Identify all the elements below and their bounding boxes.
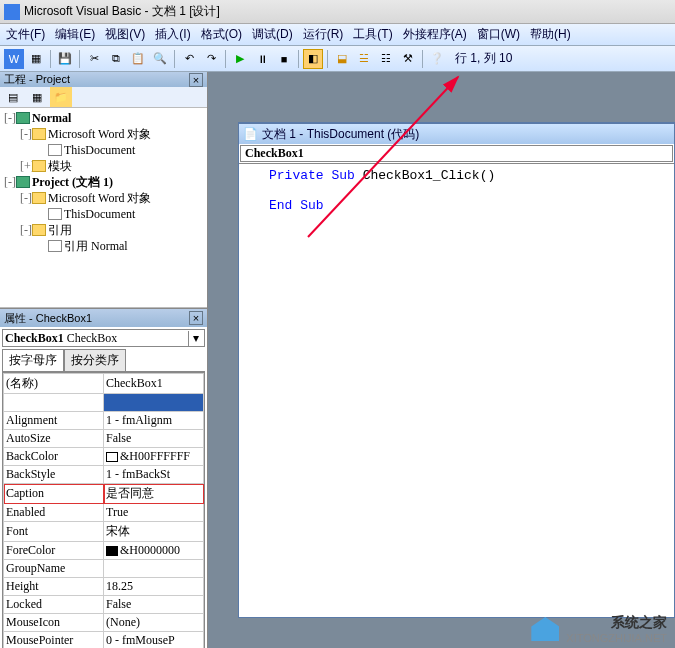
- reset-icon[interactable]: ■: [274, 49, 294, 69]
- menu-edit[interactable]: 编辑(E): [55, 26, 95, 43]
- tree-node[interactable]: ThisDocument: [0, 142, 207, 158]
- property-row[interactable]: MousePointer0 - fmMouseP: [4, 632, 204, 649]
- object-dropdown[interactable]: CheckBox1: [240, 145, 673, 162]
- property-name: MousePointer: [4, 632, 104, 649]
- menu-help[interactable]: 帮助(H): [530, 26, 571, 43]
- menu-format[interactable]: 格式(O): [201, 26, 242, 43]
- property-row[interactable]: LockedFalse: [4, 596, 204, 614]
- tree-node[interactable]: [+]模块: [0, 158, 207, 174]
- property-value[interactable]: [104, 560, 204, 578]
- property-name: Height: [4, 578, 104, 596]
- insert-icon[interactable]: ▦: [26, 49, 46, 69]
- copy-icon[interactable]: ⧉: [106, 49, 126, 69]
- menu-insert[interactable]: 插入(I): [155, 26, 190, 43]
- view-object-icon[interactable]: ▦: [26, 87, 48, 107]
- property-value[interactable]: 是否同意: [104, 484, 204, 504]
- menu-view[interactable]: 视图(V): [105, 26, 145, 43]
- project-toolbar: ▤ ▦ 📁: [0, 87, 207, 108]
- cut-icon[interactable]: ✂: [84, 49, 104, 69]
- tree-node[interactable]: 引用 Normal: [0, 238, 207, 254]
- dropdown-icon[interactable]: ▾: [188, 331, 202, 346]
- tree-twist-icon[interactable]: [-]: [4, 111, 16, 126]
- property-row[interactable]: (名称)CheckBox1: [4, 374, 204, 394]
- cursor-position: 行 1, 列 10: [455, 50, 512, 67]
- tree-twist-icon[interactable]: [+]: [20, 159, 32, 174]
- property-row[interactable]: ForeColor&H0000000: [4, 542, 204, 560]
- property-value[interactable]: True: [104, 504, 204, 522]
- property-row[interactable]: Font宋体: [4, 522, 204, 542]
- tree-node[interactable]: [-]Microsoft Word 对象: [0, 190, 207, 206]
- mdi-area: 📄 文档 1 - ThisDocument (代码) CheckBox1 Pri…: [208, 72, 675, 648]
- object-browser-icon[interactable]: ☷: [376, 49, 396, 69]
- property-value[interactable]: (None): [104, 614, 204, 632]
- help-icon[interactable]: ❔: [427, 49, 447, 69]
- property-value[interactable]: False: [104, 430, 204, 448]
- tree-node[interactable]: ThisDocument: [0, 206, 207, 222]
- property-row[interactable]: Height18.25: [4, 578, 204, 596]
- property-value[interactable]: False: [104, 596, 204, 614]
- menu-file[interactable]: 文件(F): [6, 26, 45, 43]
- property-value[interactable]: 宋体: [104, 522, 204, 542]
- property-row[interactable]: EnabledTrue: [4, 504, 204, 522]
- tree-node[interactable]: [-]Project (文档 1): [0, 174, 207, 190]
- menu-run[interactable]: 运行(R): [303, 26, 344, 43]
- tree-node[interactable]: [-]Normal: [0, 110, 207, 126]
- redo-icon[interactable]: ↷: [201, 49, 221, 69]
- tab-alphabetic[interactable]: 按字母序: [2, 349, 64, 371]
- project-explorer-icon[interactable]: ⬓: [332, 49, 352, 69]
- code-window[interactable]: 📄 文档 1 - ThisDocument (代码) CheckBox1 Pri…: [238, 122, 675, 618]
- tree-label: 模块: [48, 158, 72, 175]
- tree-node[interactable]: [-]Microsoft Word 对象: [0, 126, 207, 142]
- view-code-icon[interactable]: ▤: [2, 87, 24, 107]
- undo-icon[interactable]: ↶: [179, 49, 199, 69]
- tree-twist-icon[interactable]: [-]: [4, 175, 16, 190]
- tree-twist-icon[interactable]: [-]: [20, 191, 32, 206]
- menu-window[interactable]: 窗口(W): [477, 26, 520, 43]
- window-titlebar: Microsoft Visual Basic - 文档 1 [设计]: [0, 0, 675, 24]
- property-row[interactable]: Alignment1 - fmAlignm: [4, 412, 204, 430]
- save-icon[interactable]: 💾: [55, 49, 75, 69]
- property-value[interactable]: CheckBox1: [104, 374, 204, 394]
- tree-twist-icon[interactable]: [-]: [20, 223, 32, 238]
- code-editor[interactable]: Private Sub CheckBox1_Click() End Sub: [239, 164, 674, 617]
- design-mode-icon[interactable]: ◧: [303, 49, 323, 69]
- property-row[interactable]: Accelerator: [4, 394, 204, 412]
- property-value[interactable]: 1 - fmAlignm: [104, 412, 204, 430]
- property-row[interactable]: Caption是否同意: [4, 484, 204, 504]
- fold-icon: [32, 224, 46, 236]
- menu-tools[interactable]: 工具(T): [353, 26, 392, 43]
- property-name: Font: [4, 522, 104, 542]
- object-selector[interactable]: CheckBox1 CheckBox ▾: [2, 329, 205, 347]
- watermark: 系统之家 XITONGZHIJIA.NET: [531, 614, 667, 644]
- property-value[interactable]: 18.25: [104, 578, 204, 596]
- property-row[interactable]: BackColor&H00FFFFFF: [4, 448, 204, 466]
- properties-icon[interactable]: ☱: [354, 49, 374, 69]
- run-icon[interactable]: ▶: [230, 49, 250, 69]
- property-value[interactable]: &H00FFFFFF: [104, 448, 204, 466]
- tree-node[interactable]: [-]引用: [0, 222, 207, 238]
- property-name: GroupName: [4, 560, 104, 578]
- property-value[interactable]: 1 - fmBackSt: [104, 466, 204, 484]
- tab-categorized[interactable]: 按分类序: [64, 349, 126, 371]
- break-icon[interactable]: ⏸: [252, 49, 272, 69]
- property-name: ForeColor: [4, 542, 104, 560]
- close-icon[interactable]: ×: [189, 73, 203, 87]
- menu-debug[interactable]: 调试(D): [252, 26, 293, 43]
- property-row[interactable]: MouseIcon(None): [4, 614, 204, 632]
- property-row[interactable]: AutoSizeFalse: [4, 430, 204, 448]
- property-value[interactable]: 0 - fmMouseP: [104, 632, 204, 649]
- property-value[interactable]: [104, 394, 204, 412]
- toolbox-icon[interactable]: ⚒: [398, 49, 418, 69]
- close-icon[interactable]: ×: [189, 311, 203, 325]
- paste-icon[interactable]: 📋: [128, 49, 148, 69]
- find-icon[interactable]: 🔍: [150, 49, 170, 69]
- tree-twist-icon[interactable]: [-]: [20, 127, 32, 142]
- menu-addins[interactable]: 外接程序(A): [403, 26, 467, 43]
- property-value[interactable]: &H0000000: [104, 542, 204, 560]
- project-tree[interactable]: [-]Normal[-]Microsoft Word 对象ThisDocumen…: [0, 108, 207, 308]
- toggle-folders-icon[interactable]: 📁: [50, 87, 72, 107]
- property-row[interactable]: BackStyle1 - fmBackSt: [4, 466, 204, 484]
- view-word-icon[interactable]: W: [4, 49, 24, 69]
- properties-grid[interactable]: (名称)CheckBox1AcceleratorAlignment1 - fmA…: [2, 372, 205, 648]
- property-row[interactable]: GroupName: [4, 560, 204, 578]
